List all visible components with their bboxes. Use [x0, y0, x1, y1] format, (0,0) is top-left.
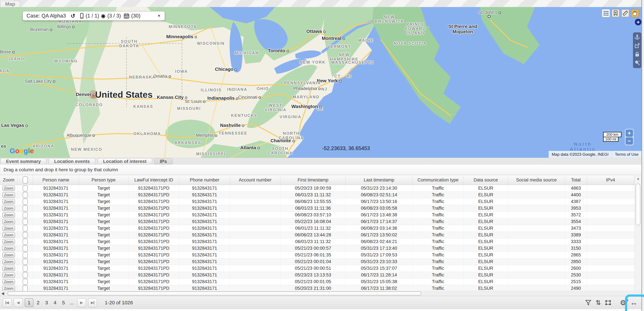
- column-header-ipv4[interactable]: IPv4: [587, 175, 634, 185]
- column-header-lawful-intercept-id[interactable]: LawFul intercept ID: [128, 175, 179, 185]
- column-header-account-number[interactable]: Account number: [230, 175, 280, 185]
- column-header-zoom[interactable]: Zoom: [0, 175, 18, 185]
- select-all-checkbox[interactable]: [23, 176, 28, 184]
- grid-view-button[interactable]: [602, 9, 610, 17]
- horizontal-scroll-thumb[interactable]: [7, 292, 421, 295]
- table-row[interactable]: Zoom9132843171Target9132843171PD91328431…: [0, 258, 644, 265]
- google-logo[interactable]: Google: [10, 147, 34, 155]
- tab-ips[interactable]: IPs: [154, 158, 172, 164]
- table-horizontal-scrollbar[interactable]: ◀: [0, 291, 644, 296]
- row-checkbox[interactable]: [23, 185, 28, 191]
- row-checkbox[interactable]: [23, 259, 28, 265]
- sort-icon[interactable]: ⇅: [596, 299, 601, 306]
- row-zoom-button[interactable]: Zoom: [2, 272, 15, 278]
- row-zoom-button[interactable]: Zoom: [2, 199, 15, 204]
- table-row[interactable]: Zoom9132843171Target9132843171PD91328431…: [0, 238, 644, 245]
- row-checkbox[interactable]: [23, 246, 28, 252]
- table-row[interactable]: Zoom9132843171Target9132843171PD91328431…: [0, 245, 644, 252]
- page-link-5[interactable]: 5: [60, 300, 67, 306]
- table-row[interactable]: Zoom9132843171Target9132843171PD91328431…: [0, 185, 644, 192]
- lock-icon[interactable]: [634, 52, 640, 58]
- add-button[interactable]: +: [635, 19, 642, 25]
- page-link-2[interactable]: 2: [34, 300, 42, 306]
- table-row[interactable]: Zoom9132843171Target9132843171PD91328431…: [0, 265, 644, 272]
- column-header-checkbox[interactable]: [18, 175, 33, 185]
- table-row[interactable]: Zoom9132843171Target9132843171PD91328431…: [0, 252, 644, 258]
- column-header-communication-type[interactable]: Communication type: [412, 175, 464, 185]
- last-page-button[interactable]: ▶: [88, 298, 97, 307]
- row-zoom-button[interactable]: Zoom: [2, 259, 15, 264]
- zoom-search-icon[interactable]: [634, 60, 640, 66]
- row-zoom-button[interactable]: Zoom: [2, 219, 15, 224]
- column-header-person-type[interactable]: Person type: [79, 175, 128, 185]
- table-row[interactable]: Zoom9132843171Target9132843171PD91328431…: [0, 212, 644, 218]
- first-page-button[interactable]: ◀: [3, 298, 12, 307]
- table-row[interactable]: Zoom9132843171Target9132843171PD91328431…: [0, 192, 644, 198]
- table-vertical-scrollbar[interactable]: ▲: [635, 175, 642, 291]
- page-current[interactable]: 1: [25, 298, 34, 307]
- scroll-left-arrow-icon[interactable]: ◀: [1, 291, 4, 296]
- row-checkbox[interactable]: [23, 232, 28, 238]
- row-checkbox[interactable]: [23, 239, 28, 245]
- measure-button[interactable]: [621, 9, 629, 17]
- group-by-dropzone[interactable]: Drag a column and drop it here to group …: [0, 164, 644, 175]
- resize-columns-icon[interactable]: ↔: [630, 299, 637, 307]
- row-checkbox[interactable]: [23, 219, 28, 225]
- column-header-first-timestamp[interactable]: First timestamp: [280, 175, 346, 185]
- row-zoom-button[interactable]: Zoom: [2, 232, 15, 238]
- column-header-data-source[interactable]: Data source: [464, 175, 508, 185]
- row-checkbox[interactable]: [23, 192, 28, 198]
- case-selector[interactable]: Case: QA Alpha3 ↺ (1 / 1) ◉ (3 / 3) (30)…: [22, 11, 165, 20]
- row-checkbox[interactable]: [23, 279, 28, 285]
- column-header-last-timestamp[interactable]: Last timestamp: [346, 175, 412, 185]
- row-zoom-button[interactable]: Zoom: [2, 286, 15, 291]
- share-icon[interactable]: [634, 43, 640, 50]
- row-checkbox[interactable]: [23, 252, 28, 258]
- table-row[interactable]: Zoom9132843171Target9132843171PD91328431…: [0, 232, 644, 238]
- filter-icon[interactable]: [585, 300, 592, 306]
- tab-location-of-interest[interactable]: Location of interest: [98, 158, 152, 164]
- row-checkbox[interactable]: [23, 272, 28, 278]
- column-header-total[interactable]: Total: [565, 175, 587, 185]
- map-panel-tab[interactable]: Map: [0, 1, 20, 7]
- tab-location-events[interactable]: Location events: [48, 158, 96, 164]
- select-area-icon[interactable]: [605, 300, 611, 306]
- scroll-up-arrow-icon[interactable]: ▲: [635, 175, 642, 182]
- row-zoom-button[interactable]: Zoom: [2, 239, 15, 244]
- settings-gears-icon[interactable]: ⚙⚙: [620, 299, 626, 307]
- tab-event-summary[interactable]: Event summary: [0, 158, 46, 164]
- map-canvas[interactable]: MONTANAMINNESOTAMinneapolisBozemanBillin…: [0, 7, 644, 158]
- table-row[interactable]: Zoom9132843171Target9132843171PD91328431…: [0, 285, 644, 291]
- table-row[interactable]: Zoom9132843171Target9132843171PD91328431…: [0, 218, 644, 225]
- table-row[interactable]: Zoom9132843171Target9132843171PD91328431…: [0, 272, 644, 278]
- row-zoom-button[interactable]: Zoom: [2, 266, 15, 271]
- table-row[interactable]: Zoom9132843171Target9132843171PD91328431…: [0, 225, 644, 232]
- row-zoom-button[interactable]: Zoom: [2, 279, 15, 284]
- row-checkbox[interactable]: [23, 266, 28, 272]
- previous-page-button[interactable]: ◀: [14, 298, 23, 307]
- row-zoom-button[interactable]: Zoom: [2, 226, 15, 231]
- row-checkbox[interactable]: [23, 199, 28, 205]
- row-checkbox[interactable]: [23, 205, 28, 211]
- anchor-icon[interactable]: [634, 34, 640, 41]
- zoom-out-button[interactable]: −: [626, 138, 633, 144]
- page-link-4[interactable]: 4: [51, 300, 59, 306]
- add-bookmark-button[interactable]: [612, 9, 620, 17]
- table-row[interactable]: Zoom9132843171Target9132843171PD91328431…: [0, 198, 644, 205]
- table-row[interactable]: Zoom9132843171Target9132843171PD91328431…: [0, 278, 644, 285]
- row-checkbox[interactable]: [23, 212, 28, 218]
- row-checkbox[interactable]: [23, 286, 28, 291]
- table-row[interactable]: Zoom9132843171Target9132843171PD91328431…: [0, 205, 644, 212]
- row-zoom-button[interactable]: Zoom: [2, 206, 15, 211]
- row-zoom-button[interactable]: Zoom: [2, 192, 15, 198]
- chevron-down-icon[interactable]: ▼: [157, 14, 161, 18]
- column-header-person-name[interactable]: Person name: [33, 175, 79, 185]
- row-zoom-button[interactable]: Zoom: [2, 246, 15, 251]
- column-header-phone-number[interactable]: Phone number: [179, 175, 230, 185]
- terms-of-use-link[interactable]: Terms of Use: [612, 151, 642, 158]
- pan-mode-button[interactable]: [631, 9, 639, 17]
- next-page-button[interactable]: ▶: [77, 298, 86, 307]
- history-icon[interactable]: ↺: [70, 13, 75, 19]
- row-zoom-button[interactable]: Zoom: [2, 212, 15, 218]
- page-link-3[interactable]: 3: [43, 300, 50, 306]
